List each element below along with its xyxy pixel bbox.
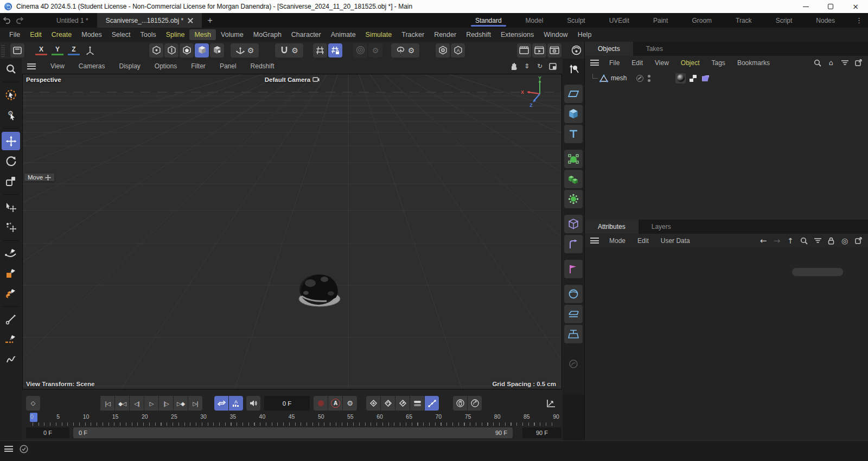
menu-select[interactable]: Select	[107, 29, 136, 40]
animate-mode-button[interactable]: A	[229, 396, 243, 411]
interactive-render-button[interactable]	[569, 43, 583, 57]
search-icon[interactable]	[800, 236, 808, 245]
viewport-menu-item[interactable]: Panel	[213, 62, 244, 70]
spline-smooth-button[interactable]	[2, 350, 20, 369]
modeling-axis-settings-button[interactable]: ⚙	[368, 43, 382, 57]
layout-tab-nodes[interactable]: Nodes	[804, 13, 847, 28]
key-pla-button[interactable]	[425, 396, 439, 411]
coordinate-system-button[interactable]	[83, 43, 97, 57]
menu-file[interactable]: File	[4, 29, 25, 40]
orbit-view-button[interactable]: ↻	[534, 61, 545, 72]
viewport-3d-view[interactable]: Perspective Default Camera Move Y X Z Vi…	[22, 74, 562, 389]
tab-takes[interactable]: Takes	[633, 42, 676, 56]
next-frame-button[interactable]: |▷	[159, 396, 173, 411]
plane-object-button[interactable]	[564, 85, 583, 103]
target-icon[interactable]: ◎	[840, 236, 849, 245]
toggle-viewport-layout-button[interactable]	[547, 61, 558, 72]
spline-pen-button[interactable]	[2, 244, 20, 262]
popout-icon[interactable]	[854, 236, 863, 245]
prev-key-button[interactable]: ◆◁	[115, 396, 129, 411]
enable-toggle-icon[interactable]	[636, 75, 643, 82]
make-editable-button[interactable]	[10, 43, 24, 57]
menu-extensions[interactable]: Extensions	[496, 29, 539, 40]
lock-icon[interactable]	[827, 236, 835, 245]
viewport-solo-button[interactable]	[436, 43, 450, 57]
maximize-button[interactable]	[818, 0, 843, 13]
viewport-menu-item[interactable]: View	[43, 62, 72, 70]
filter-icon[interactable]	[840, 59, 849, 67]
forward-icon[interactable]: →	[773, 236, 781, 245]
key-rotation-button[interactable]	[381, 396, 395, 411]
stage-object-button[interactable]	[564, 325, 583, 343]
layout-tab-paint[interactable]: Paint	[641, 13, 680, 28]
om-menu-view[interactable]: View	[649, 59, 675, 67]
attribute-empty-field[interactable]	[792, 268, 843, 276]
home-icon[interactable]: ⌂	[827, 59, 835, 67]
render-settings-button[interactable]	[547, 43, 561, 57]
live-selection-button[interactable]	[2, 86, 20, 104]
doc-tab-scaniverse[interactable]: Scaniverse_...181525.obj *	[97, 13, 202, 28]
viewport-menu-item[interactable]: Filter	[184, 62, 213, 70]
field-object-button[interactable]	[564, 260, 583, 278]
symmetry-settings-icon[interactable]: ⚙	[408, 47, 415, 54]
sketch-spline-button[interactable]	[2, 330, 20, 349]
close-tab-icon[interactable]	[188, 18, 193, 23]
spline-wrap-button[interactable]	[564, 235, 583, 253]
menu-character[interactable]: Character	[286, 29, 326, 40]
undo-button[interactable]	[0, 13, 13, 28]
texture-tag-icon[interactable]	[688, 73, 698, 84]
primitive-pen-button[interactable]	[2, 284, 20, 303]
transfer-tool-button[interactable]	[2, 198, 20, 216]
lock-workplane-button[interactable]	[328, 43, 342, 57]
phong-tag-icon[interactable]	[675, 73, 686, 84]
keyframe-settings-button[interactable]: ⚙	[343, 396, 357, 411]
model-mode-button[interactable]	[195, 43, 209, 57]
gizmo-settings-icon[interactable]: ⚙	[247, 47, 254, 54]
filter-icon[interactable]	[813, 236, 822, 245]
viewport-menu-icon[interactable]	[27, 63, 36, 69]
snap-settings-icon[interactable]: ⚙	[291, 47, 298, 54]
record-keyframe-button[interactable]	[314, 396, 328, 411]
menu-mograph[interactable]: MoGraph	[248, 29, 286, 40]
doc-tab-untitled[interactable]: Untitled 1 *	[48, 13, 97, 28]
menu-window[interactable]: Window	[539, 29, 572, 40]
close-button[interactable]: ×	[843, 0, 868, 13]
range-slider[interactable]: 0 F 90 F	[73, 427, 513, 438]
snap-button[interactable]: ⚙	[275, 43, 303, 57]
render-view-button[interactable]	[517, 43, 531, 57]
status-menu-icon[interactable]	[4, 446, 13, 452]
multi-transfer-tool-button[interactable]	[2, 218, 20, 236]
line-cut-button[interactable]	[2, 310, 20, 329]
layout-tab-standard[interactable]: Standard	[463, 13, 514, 28]
tweak-tool-button[interactable]: ⚙	[2, 106, 20, 124]
viewport-menu-item[interactable]: Display	[112, 62, 147, 70]
record-mouse-button[interactable]	[453, 396, 467, 411]
current-frame-field[interactable]: 0 F	[264, 396, 310, 411]
render-to-picture-viewer-button[interactable]	[532, 43, 546, 57]
spline-arrow-button[interactable]	[564, 60, 583, 78]
attribute-manager-menu-icon[interactable]	[590, 238, 599, 244]
am-menu-user-data[interactable]: User Data	[655, 237, 696, 245]
layout-tab-groom[interactable]: Groom	[680, 13, 724, 28]
menu-create[interactable]: Create	[47, 29, 77, 40]
sound-button[interactable]	[246, 396, 260, 411]
show-fcurves-button[interactable]	[544, 396, 558, 411]
symmetry-button[interactable]: ⚙	[391, 43, 419, 57]
om-menu-edit[interactable]: Edit	[626, 59, 649, 67]
edges-mode-button[interactable]	[164, 43, 178, 57]
timeline-ruler[interactable]: 051015202530354045505560657075808590	[22, 412, 563, 426]
loop-playback-button[interactable]	[214, 396, 228, 411]
new-document-button[interactable]: +	[202, 13, 218, 28]
goto-start-button[interactable]: |◁	[100, 396, 114, 411]
auto-mode-button[interactable]: A	[451, 43, 465, 57]
menu-render[interactable]: Render	[429, 29, 461, 40]
keyframe-diamond-button[interactable]: ◇	[26, 396, 40, 411]
tab-objects[interactable]: Objects	[585, 42, 633, 56]
play-button[interactable]: ▷	[144, 396, 158, 411]
move-tool-button[interactable]	[2, 132, 20, 150]
minimize-button[interactable]	[793, 0, 818, 13]
find-tool-button[interactable]	[2, 60, 20, 78]
menu-tools[interactable]: Tools	[136, 29, 161, 40]
object-manager-menu-icon[interactable]	[590, 60, 599, 66]
uvw-tag-icon[interactable]	[700, 73, 711, 84]
